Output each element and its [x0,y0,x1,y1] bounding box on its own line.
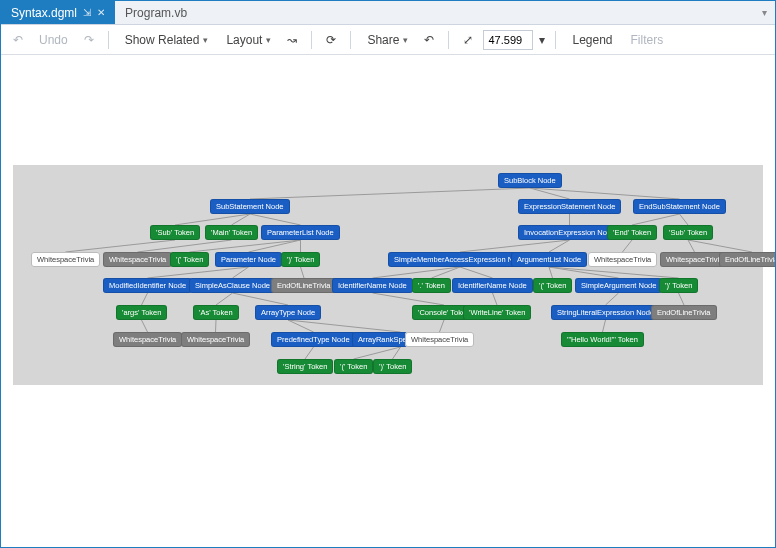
graph-edge [688,240,752,252]
share-history-icon[interactable]: ↶ [420,31,438,49]
graph-node[interactable]: ')' Token [659,278,698,293]
graph-node[interactable]: IdentifierName Node [332,278,413,293]
graph-node[interactable]: 'Sub' Token [663,225,713,240]
graph-edge [250,214,301,225]
pin-icon[interactable]: ⇲ [83,7,91,18]
graph-edge [530,188,680,199]
graph-edge [142,293,148,305]
graph-node[interactable]: 'End' Token [607,225,657,240]
graph-node[interactable]: WhitespaceTrivia [405,332,474,347]
graph-node[interactable]: 'Sub' Token [150,225,200,240]
graph-node[interactable]: '.' Token [412,278,451,293]
zoom-dropdown-icon[interactable]: ▾ [539,33,545,47]
close-icon[interactable]: ✕ [97,7,105,18]
graph-edge [249,240,301,252]
show-related-button[interactable]: Show Related▾ [119,31,215,49]
graph-edge [606,293,619,305]
graph-edge [623,240,633,252]
graph-node[interactable]: EndOfLineTrivia [651,305,717,320]
graph-node[interactable]: SimpleArgument Node [575,278,662,293]
tab-program-vb[interactable]: Program.vb [115,1,197,24]
graph-node[interactable]: '(' Token [533,278,572,293]
graph-edge [373,293,445,305]
graph-edge [142,320,148,332]
graph-edge [549,267,679,278]
graph-canvas[interactable]: SubBlock NodeSubStatement NodeExpression… [1,55,775,547]
graph-edge [680,214,689,225]
graph-node[interactable]: EndSubStatement Node [633,199,726,214]
graph-node[interactable]: 'String' Token [277,359,333,374]
redo-icon: ↷ [80,31,98,49]
legend-button[interactable]: Legend [566,31,618,49]
graph-edge [688,240,695,252]
graph-node[interactable]: ParameterList Node [261,225,340,240]
undo-button: Undo [33,31,74,49]
graph-node[interactable]: ArgumentList Node [511,252,587,267]
graph-node[interactable]: ')' Token [373,359,412,374]
graph-node[interactable]: PredefinedType Node [271,332,356,347]
graph-edge [493,293,498,305]
zoom-input[interactable] [483,30,533,50]
graph-edge [460,267,493,278]
graph-edge [175,214,250,225]
graph-node[interactable]: '(' Token [170,252,209,267]
graph-node[interactable]: WhitespaceTrivia [588,252,657,267]
graph-edge [603,320,606,332]
undo-icon: ↶ [9,31,27,49]
graph-edge [301,267,305,278]
tab-label: Program.vb [125,6,187,20]
graph-edge [250,188,530,199]
share-button[interactable]: Share▾ [361,31,414,49]
graph-node[interactable]: InvocationExpression Node [518,225,621,240]
graph-node[interactable]: EndOfLineTrivia [719,252,776,267]
graph-edge [216,293,233,305]
graph-edge [233,293,289,305]
graph-node[interactable]: '(' Token [334,359,373,374]
tab-label: Syntax.dgml [11,6,77,20]
graph-edge [632,214,680,225]
layout-tool-icon[interactable]: ↝ [283,31,301,49]
graph-node[interactable]: WhitespaceTrivia [113,332,182,347]
graph-node[interactable]: IdentifierName Node [452,278,533,293]
graph-edge [288,320,401,332]
graph-node[interactable]: EndOfLineTrivia [271,278,337,293]
graph-edge [460,240,570,252]
tab-syntax-dgml[interactable]: Syntax.dgml ⇲ ✕ [1,1,115,24]
graph-edge [190,240,301,252]
graph-node[interactable]: 'args' Token [116,305,167,320]
graph-edge [148,267,249,278]
graph-node[interactable]: ExpressionStatement Node [518,199,621,214]
graph-edge [679,293,685,305]
graph-node[interactable]: WhitespaceTrivia [103,252,172,267]
graph-edge [138,240,232,252]
refresh-icon[interactable]: ⟳ [322,31,340,49]
graph-node[interactable]: Parameter Node [215,252,282,267]
graph-node[interactable]: WhitespaceTrivia [31,252,100,267]
tabs-dropdown-icon[interactable]: ▾ [754,7,775,18]
graph-node[interactable]: ')' Token [281,252,320,267]
graph-node[interactable]: 'As' Token [193,305,239,320]
graph-edge [66,240,176,252]
layout-button[interactable]: Layout▾ [220,31,277,49]
graph-edge [440,320,445,332]
tab-bar: Syntax.dgml ⇲ ✕ Program.vb ▾ [1,1,775,25]
graph-edge [216,320,217,332]
graph-node[interactable]: StringLiteralExpression Node [551,305,660,320]
graph-node[interactable]: SubBlock Node [498,173,562,188]
graph-node[interactable]: ModifiedIdentifier Node [103,278,192,293]
graph-node[interactable]: 'Main' Token [205,225,258,240]
graph-node[interactable]: SubStatement Node [210,199,290,214]
graph-node[interactable]: SimpleAsClause Node [189,278,276,293]
toolbar: ↶ Undo ↷ Show Related▾ Layout▾ ↝ ⟳ Share… [1,25,775,55]
graph-node[interactable]: '"Hello World!"' Token [561,332,644,347]
filters-button: Filters [625,31,670,49]
graph-node[interactable]: ArrayType Node [255,305,321,320]
graph-node[interactable]: WhitespaceTrivia [181,332,250,347]
graph-node[interactable]: 'WriteLine' Token [463,305,531,320]
graph-edge [549,267,553,278]
fit-to-screen-icon[interactable]: ⤢ [459,31,477,49]
graph-edge [305,347,314,359]
